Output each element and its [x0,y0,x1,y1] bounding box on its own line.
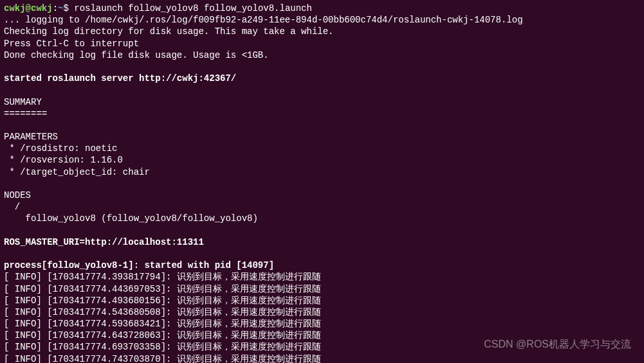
process-line: process[follow_yolov8-1]: started with p… [4,260,640,271]
param-line: * /rosversion: 1.16.0 [4,154,640,166]
blank-line [4,120,640,131]
prompt-user: cwkj [4,3,26,13]
interrupt-line: Press Ctrl-C to interrupt [4,38,640,49]
done-check-line: Done checking log file disk usage. Usage… [4,49,640,61]
log-path-line: ... logging to /home/cwkj/.ros/log/f009f… [4,14,640,26]
prompt-line: cwkj@cwkj:~$ roslaunch follow_yolov8 fol… [4,3,640,14]
blank-line [4,178,640,190]
info-line: [ INFO] [1703417774.743703870]: 识别到目标，采用… [4,353,640,363]
blank-line [4,225,640,236]
blank-line [4,248,640,260]
blank-line [4,84,640,96]
info-line: [ INFO] [1703417774.393817794]: 识别到目标，采用… [4,271,640,283]
terminal-output[interactable]: cwkj@cwkj:~$ roslaunch follow_yolov8 fol… [4,3,640,363]
ros-master-line: ROS_MASTER_URI=http://localhost:11311 [4,236,640,248]
info-line: [ INFO] [1703417774.693703358]: 识别到目标，采用… [4,341,640,353]
parameters-header: PARAMETERS [4,131,640,143]
info-line: [ INFO] [1703417774.493680156]: 识别到目标，采用… [4,295,640,306]
info-line: [ INFO] [1703417774.443697053]: 识别到目标，采用… [4,283,640,295]
nodes-slash: / [4,201,640,213]
nodes-header: NODES [4,190,640,201]
summary-header: SUMMARY [4,96,640,108]
param-line: * /rosdistro: noetic [4,143,640,154]
checking-line: Checking log directory for disk usage. T… [4,26,640,37]
info-line: [ INFO] [1703417774.543680508]: 识别到目标，采用… [4,306,640,318]
server-line: started roslaunch server http://cwkj:423… [4,73,640,84]
divider-line: ======== [4,108,640,120]
command-text: roslaunch follow_yolov8 follow_yolov8.la… [74,3,312,13]
prompt-host: cwkj [31,3,53,13]
info-line: [ INFO] [1703417774.593683421]: 识别到目标，采用… [4,318,640,330]
param-line: * /target_object_id: chair [4,166,640,178]
node-line: follow_yolov8 (follow_yolov8/follow_yolo… [4,213,640,224]
blank-line [4,61,640,73]
info-line: [ INFO] [1703417774.643728063]: 识别到目标，采用… [4,330,640,341]
